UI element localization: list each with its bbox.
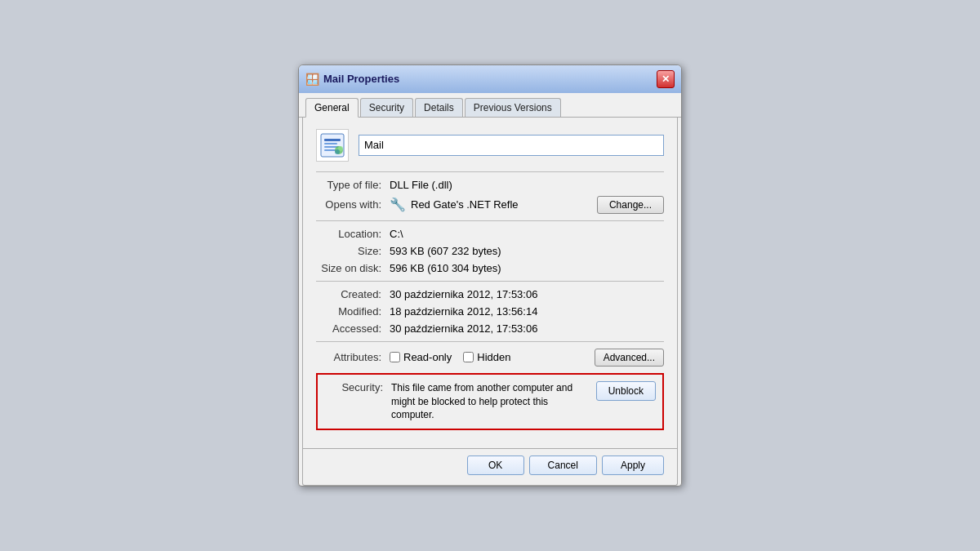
created-value: 30 października 2012, 17:53:06 [390, 288, 664, 300]
security-section: Security: This file came from another co… [316, 373, 664, 430]
accessed-value: 30 października 2012, 17:53:06 [390, 322, 664, 335]
apply-button[interactable]: Apply [602, 455, 664, 475]
window-icon: 🪟 [305, 73, 318, 86]
modified-row: Modified: 18 października 2012, 13:56:14 [316, 305, 664, 318]
content-area: Type of file: DLL File (.dll) Opens with… [302, 118, 678, 449]
unblock-button[interactable]: Unblock [596, 381, 656, 401]
attr-controls: Read-only Hidden Advanced... [390, 349, 664, 367]
size-row: Size: 593 KB (607 232 bytes) [316, 245, 664, 257]
hidden-label: Hidden [477, 351, 510, 363]
opens-value: 🔧 Red Gate's .NET Refle [390, 197, 592, 212]
tab-security[interactable]: Security [360, 98, 413, 117]
attributes-row: Attributes: Read-only Hidden Advanced... [316, 349, 664, 367]
file-header [316, 129, 664, 162]
attributes-label: Attributes: [316, 351, 390, 363]
divider-4 [316, 341, 664, 342]
size-label: Size: [316, 245, 390, 257]
dll-icon-svg [319, 132, 345, 158]
divider-1 [316, 171, 664, 172]
readonly-checkbox[interactable] [390, 352, 400, 362]
accessed-label: Accessed: [316, 322, 390, 335]
accessed-row: Accessed: 30 października 2012, 17:53:06 [316, 322, 664, 335]
opens-label: Opens with: [316, 198, 390, 211]
hidden-checkbox[interactable] [463, 352, 474, 362]
file-icon [316, 129, 349, 162]
close-button[interactable]: ✕ [657, 70, 675, 88]
type-value: DLL File (.dll) [390, 179, 664, 191]
opens-with-row: Opens with: 🔧 Red Gate's .NET Refle Chan… [316, 196, 664, 214]
security-text: This file came from another computer and… [391, 381, 590, 422]
readonly-label: Read-only [403, 351, 452, 363]
change-button[interactable]: Change... [597, 196, 664, 214]
mail-properties-dialog: 🪟 Mail Properties ✕ General Security Det… [298, 64, 682, 487]
tab-bar: General Security Details Previous Versio… [299, 93, 681, 118]
readonly-group: Read-only [390, 351, 452, 363]
title-bar-left: 🪟 Mail Properties [305, 73, 399, 86]
size-value: 593 KB (607 232 bytes) [390, 245, 664, 257]
svg-rect-2 [324, 143, 337, 144]
security-label: Security: [324, 381, 391, 393]
svg-point-7 [335, 149, 340, 154]
size-on-disk-row: Size on disk: 596 KB (610 304 bytes) [316, 262, 664, 274]
type-label: Type of file: [316, 179, 390, 191]
modified-value: 18 października 2012, 13:56:14 [390, 305, 664, 318]
opens-icon: 🔧 [390, 197, 406, 212]
window-title: Mail Properties [323, 73, 399, 85]
tab-details[interactable]: Details [415, 98, 463, 117]
tab-previous-versions[interactable]: Previous Versions [465, 98, 561, 117]
advanced-button[interactable]: Advanced... [595, 349, 664, 367]
type-row: Type of file: DLL File (.dll) [316, 179, 664, 191]
svg-rect-1 [324, 139, 341, 141]
divider-3 [316, 281, 664, 282]
hidden-group: Hidden [463, 351, 510, 363]
created-row: Created: 30 października 2012, 17:53:06 [316, 288, 664, 300]
ok-button[interactable]: OK [467, 455, 524, 475]
file-name-input[interactable] [359, 135, 664, 156]
title-bar: 🪟 Mail Properties ✕ [299, 65, 681, 93]
location-value: C:\ [390, 228, 664, 240]
tab-general[interactable]: General [305, 98, 359, 118]
location-row: Location: C:\ [316, 228, 664, 240]
location-label: Location: [316, 228, 390, 240]
opens-text: Red Gate's .NET Refle [411, 198, 592, 211]
size-on-disk-value: 596 KB (610 304 bytes) [390, 262, 664, 274]
svg-rect-4 [324, 149, 336, 151]
created-label: Created: [316, 288, 390, 300]
cancel-button[interactable]: Cancel [529, 455, 597, 475]
size-on-disk-label: Size on disk: [316, 262, 390, 274]
modified-label: Modified: [316, 305, 390, 318]
divider-2 [316, 220, 664, 221]
dialog-footer: OK Cancel Apply [302, 449, 678, 486]
